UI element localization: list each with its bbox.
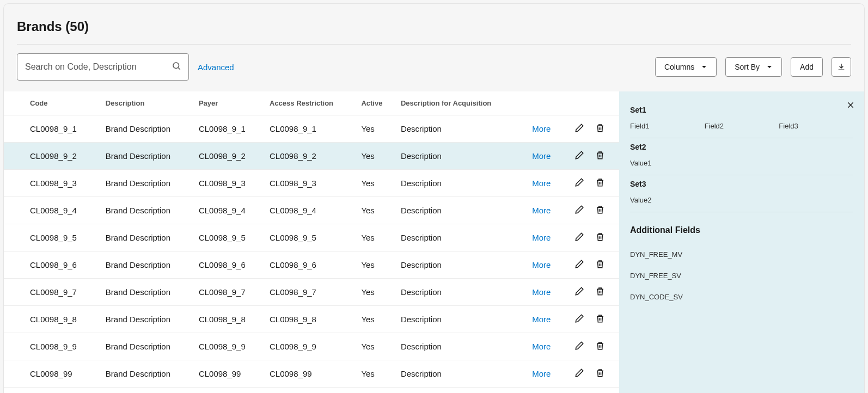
cell-active: Yes [356, 197, 395, 224]
more-link[interactable]: More [532, 233, 551, 242]
edit-button[interactable] [573, 204, 585, 217]
cell-access: CL0098_9_7 [264, 279, 356, 306]
table-row[interactable]: CL0098_9_9Brand DescriptionCL0098_9_9CL0… [4, 333, 619, 360]
table-row[interactable]: CL0098_9_8Brand DescriptionCL0098_9_8CL0… [4, 306, 619, 333]
table-row[interactable]: CL0098_9_7Brand DescriptionCL0098_9_7CL0… [4, 279, 619, 306]
edit-button[interactable] [573, 285, 585, 299]
close-panel-button[interactable] [845, 98, 857, 114]
col-active[interactable]: Active [356, 91, 395, 115]
more-link[interactable]: More [532, 315, 551, 324]
cell-code: CL0098_9_4 [4, 197, 100, 224]
more-link[interactable]: More [532, 179, 551, 188]
delete-button[interactable] [594, 285, 606, 299]
more-link[interactable]: More [532, 369, 551, 378]
cell-active: Yes [356, 224, 395, 251]
edit-button[interactable] [573, 231, 585, 244]
table-row[interactable]: CL0098_9_1Brand DescriptionCL0098_9_1CL0… [4, 115, 619, 143]
col-access-restriction[interactable]: Access Restriction [264, 91, 356, 115]
table-row[interactable]: CL0098_9_4Brand DescriptionCL0098_9_4CL0… [4, 197, 619, 224]
edit-button[interactable] [573, 312, 585, 326]
table-row[interactable]: CL0098_99Brand DescriptionCL0098_99CL009… [4, 360, 619, 388]
brands-table: Code Description Payer Access Restrictio… [4, 91, 619, 388]
cell-access: CL0098_9_8 [264, 306, 356, 333]
trash-icon [595, 235, 605, 243]
pencil-icon [574, 290, 584, 298]
download-icon [837, 63, 846, 71]
cell-acquisition: Description [395, 224, 520, 251]
edit-button[interactable] [573, 340, 585, 353]
more-link[interactable]: More [532, 342, 551, 351]
cell-access: CL0098_9_9 [264, 333, 356, 360]
delete-button[interactable] [594, 231, 606, 244]
additional-fields-title: Additional Fields [630, 225, 853, 235]
more-link[interactable]: More [532, 124, 551, 133]
set2-title: Set2 [630, 143, 853, 151]
delete-button[interactable] [594, 258, 606, 272]
add-button[interactable]: Add [791, 57, 823, 77]
delete-button[interactable] [594, 176, 606, 190]
more-link[interactable]: More [532, 287, 551, 297]
cell-description: Brand Description [100, 251, 193, 279]
delete-button[interactable] [594, 204, 606, 217]
sort-by-button-label: Sort By [735, 63, 760, 71]
delete-button[interactable] [594, 122, 606, 136]
pencil-icon [574, 317, 584, 325]
set1-field1: Field1 [630, 122, 705, 130]
col-description[interactable]: Description [100, 91, 193, 115]
cell-description: Brand Description [100, 197, 193, 224]
cell-acquisition: Description [395, 279, 520, 306]
advanced-link[interactable]: Advanced [198, 63, 234, 72]
columns-button[interactable]: Columns [655, 57, 717, 77]
table-row[interactable]: CL0098_9_6Brand DescriptionCL0098_9_6CL0… [4, 251, 619, 279]
col-code[interactable]: Code [4, 91, 100, 115]
edit-button[interactable] [573, 176, 585, 190]
delete-button[interactable] [594, 312, 606, 326]
more-link[interactable]: More [532, 260, 551, 269]
table-row[interactable]: CL0098_9_3Brand DescriptionCL0098_9_3CL0… [4, 170, 619, 197]
col-payer[interactable]: Payer [193, 91, 264, 115]
edit-button[interactable] [573, 367, 585, 380]
table-row[interactable]: CL0098_9_2Brand DescriptionCL0098_9_2CL0… [4, 143, 619, 170]
col-acquisition[interactable]: Description for Acquisition [395, 91, 520, 115]
cell-access: CL0098_9_3 [264, 170, 356, 197]
cell-payer: CL0098_9_6 [193, 251, 264, 279]
toolbar: Advanced Columns Sort By Add [17, 53, 851, 81]
search-input[interactable] [17, 53, 189, 81]
pencil-icon [574, 344, 584, 352]
pencil-icon [574, 153, 584, 162]
set3-value: Value2 [630, 196, 853, 212]
set1-fields: Field1 Field2 Field3 [630, 122, 853, 138]
delete-button[interactable] [594, 340, 606, 353]
columns-button-label: Columns [664, 63, 694, 71]
edit-button[interactable] [573, 122, 585, 136]
cell-acquisition: Description [395, 306, 520, 333]
pencil-icon [574, 371, 584, 379]
cell-active: Yes [356, 306, 395, 333]
edit-button[interactable] [573, 149, 585, 163]
edit-button[interactable] [573, 258, 585, 272]
cell-active: Yes [356, 251, 395, 279]
pencil-icon [574, 208, 584, 216]
trash-icon [595, 153, 605, 162]
trash-icon [595, 126, 605, 134]
cell-code: CL0098_9_2 [4, 143, 100, 170]
delete-button[interactable] [594, 367, 606, 380]
cell-code: CL0098_9_1 [4, 115, 100, 143]
table-row[interactable]: CL0098_9_5Brand DescriptionCL0098_9_5CL0… [4, 224, 619, 251]
sort-by-button[interactable]: Sort By [725, 57, 782, 77]
trash-icon [595, 344, 605, 352]
cell-active: Yes [356, 279, 395, 306]
cell-description: Brand Description [100, 143, 193, 170]
set2-value: Value1 [630, 159, 853, 175]
trash-icon [595, 290, 605, 298]
cell-access: CL0098_9_2 [264, 143, 356, 170]
download-button[interactable] [832, 57, 851, 77]
cell-active: Yes [356, 170, 395, 197]
cell-payer: CL0098_9_2 [193, 143, 264, 170]
delete-button[interactable] [594, 149, 606, 163]
more-link[interactable]: More [532, 151, 551, 161]
cell-active: Yes [356, 360, 395, 388]
cell-payer: CL0098_9_9 [193, 333, 264, 360]
cell-acquisition: Description [395, 333, 520, 360]
more-link[interactable]: More [532, 206, 551, 215]
